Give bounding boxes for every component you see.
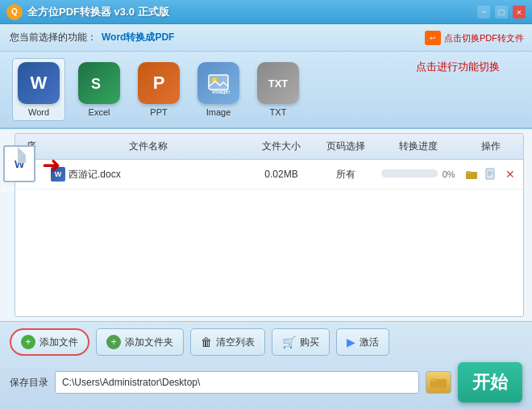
current-func-label: 您当前选择的功能： [10, 31, 97, 44]
browse-folder-button[interactable] [426, 371, 451, 394]
add-folder-label: 添加文件夹 [125, 336, 173, 349]
remove-file-btn[interactable]: ✕ [502, 166, 518, 182]
sidebar-file-label: 西游记.docx [0, 184, 39, 194]
file-word-icon: W [51, 167, 65, 182]
word-icon-box: W [18, 62, 60, 104]
cell-progress: 0% [378, 167, 459, 182]
header-action: 操作 [459, 138, 523, 155]
svg-rect-1 [209, 75, 228, 90]
clear-label: 清空列表 [216, 336, 255, 349]
txt-label: TXT [270, 107, 287, 117]
func-icon-ppt[interactable]: P PPT [133, 59, 185, 120]
excel-icon-box: S [78, 62, 120, 104]
add-file-button[interactable]: + 添加文件 [10, 328, 89, 356]
clear-icon: 🗑 [201, 336, 212, 348]
table-body: 1 W 西游记.docx 0.02MB 所有 0% [15, 160, 523, 316]
cell-actions: ✕ [459, 165, 523, 184]
title-bar-controls: － □ × [477, 6, 526, 19]
func-icon-word[interactable]: W Word [12, 58, 65, 121]
save-and-start-row: 保存目录 开始 [10, 362, 522, 403]
func-icon-image[interactable]: images Image [193, 59, 244, 120]
cell-filename: W 西游记.docx [48, 165, 249, 183]
bottom-toolbar: + 添加文件 + 添加文件夹 🗑 清空列表 🛒 购买 ▶ 激活 [0, 321, 532, 409]
activate-button[interactable]: ▶ 激活 [336, 328, 389, 356]
buy-icon: 🛒 [282, 336, 296, 348]
sidebar-file-item: W 西游记.docx [0, 145, 39, 194]
txt-icon-box: TXT [257, 62, 299, 104]
header-progress: 转换进度 [378, 138, 459, 155]
title-bar: Q 全方位PDF转换器 v3.0 正式版 － □ × [0, 0, 532, 24]
func-icon-excel[interactable]: S Excel [73, 59, 125, 120]
bottom-buttons: + 添加文件 + 添加文件夹 🗑 清空列表 🛒 购买 ▶ 激活 [10, 328, 522, 356]
current-func-value: Word转换成PDF [102, 31, 174, 44]
save-area: 保存目录 [10, 371, 451, 394]
content-area: W 西游记.docx ➜ 序 文件名称 文件大小 页码选择 转换进度 操作 1 … [0, 129, 532, 321]
activate-label: 激活 [360, 336, 379, 349]
cell-pages: 所有 [314, 166, 378, 183]
maximize-button[interactable]: □ [495, 6, 508, 19]
title-bar-left: Q 全方位PDF转换器 v3.0 正式版 [6, 4, 169, 20]
svg-text:S: S [91, 76, 101, 92]
switch-btn-label: 点击切换PDF转文件 [444, 32, 524, 44]
switch-function-button[interactable]: ↩ 点击切换PDF转文件 [425, 31, 524, 45]
image-label: Image [206, 107, 231, 117]
save-path-label: 保存目录 [10, 376, 48, 390]
add-folder-icon: + [106, 335, 121, 349]
function-icons-area: W Word S Excel P PPT images Imag [0, 52, 532, 129]
close-button[interactable]: × [513, 6, 526, 19]
open-file-btn[interactable] [483, 166, 499, 182]
svg-text:images: images [212, 89, 230, 94]
app-icon: Q [6, 4, 23, 20]
activate-icon: ▶ [347, 336, 355, 348]
word-label: Word [28, 107, 49, 117]
annotation-switch: 点击进行功能切换 [416, 60, 500, 74]
header-filesize: 文件大小 [249, 138, 314, 155]
buy-button[interactable]: 🛒 购买 [272, 328, 330, 356]
minimize-button[interactable]: － [477, 6, 490, 19]
add-folder-button[interactable]: + 添加文件夹 [96, 328, 184, 356]
save-path-area: 保存目录 [10, 371, 451, 394]
file-table: 序 文件名称 文件大小 页码选择 转换进度 操作 1 W 西游记.docx 0.… [15, 133, 524, 317]
start-button[interactable]: 开始 [458, 362, 522, 403]
toolbar: 您当前选择的功能： Word转换成PDF ↩ 点击切换PDF转文件 [0, 24, 532, 52]
image-icon-box: images [197, 62, 239, 104]
buy-label: 购买 [300, 336, 319, 349]
switch-icon: ↩ [425, 31, 441, 45]
table-header: 序 文件名称 文件大小 页码选择 转换进度 操作 [15, 134, 523, 160]
excel-label: Excel [89, 107, 110, 117]
open-folder-btn[interactable] [463, 166, 480, 182]
add-file-icon: + [21, 335, 35, 349]
add-file-label: 添加文件 [39, 336, 78, 349]
ppt-label: PPT [150, 107, 167, 117]
table-row: 1 W 西游记.docx 0.02MB 所有 0% [15, 160, 523, 190]
progress-text: 0% [443, 169, 455, 179]
clear-list-button[interactable]: 🗑 清空列表 [190, 328, 265, 356]
sidebar-file-icon: W [3, 145, 35, 182]
svg-rect-12 [430, 378, 437, 382]
toolbar-left: 您当前选择的功能： Word转换成PDF [10, 31, 174, 44]
cell-filesize: 0.02MB [249, 167, 314, 182]
svg-rect-6 [466, 171, 471, 173]
progress-bar-container [381, 169, 438, 177]
action-icons: ✕ [462, 166, 520, 182]
main-window: 您当前选择的功能： Word转换成PDF ↩ 点击切换PDF转文件 W Word… [0, 24, 532, 409]
app-title: 全方位PDF转换器 v3.0 正式版 [27, 5, 169, 19]
header-pages: 页码选择 [314, 138, 378, 155]
save-path-input[interactable] [55, 371, 419, 394]
func-icon-txt[interactable]: TXT TXT [252, 59, 304, 120]
header-filename: 文件名称 [48, 138, 249, 155]
filename-text: 西游记.docx [69, 168, 121, 182]
ppt-icon-box: P [138, 62, 180, 104]
